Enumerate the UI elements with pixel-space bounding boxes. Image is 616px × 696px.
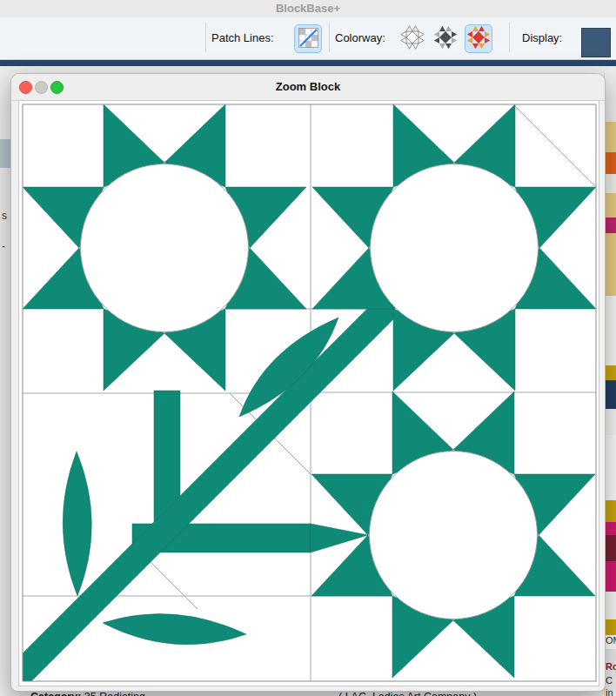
display-label: Display: [522,17,562,59]
thumbnail-fragment [605,435,616,500]
thumbnail-fragment [605,365,616,380]
thumbnail-fragment [605,535,616,561]
toolbar-separator [329,23,330,52]
thumbnail-fragment [605,174,616,193]
colorway-label: Colorway: [335,17,385,59]
thumbnail-fragment [605,380,616,409]
background-left-panel: s - [0,66,10,696]
thumbnail-fragment [605,152,616,174]
thumbnail-fragment [605,649,616,661]
thumbnail-fragment [605,193,616,218]
content-top-strip [0,60,616,66]
thumbnail-fragment [605,592,616,619]
thumbnail-fragment [605,218,616,233]
thumbnail-fragment [605,561,616,592]
background-text-fragment: C [606,675,613,686]
app-titlebar: BlockBase+ [0,0,616,17]
colorway-color-button[interactable] [465,24,492,53]
display-color-swatch[interactable] [581,28,611,57]
thumbnail-fragment [605,619,616,635]
block-preview-canvas [18,100,599,686]
toolbar: Patch Lines: Colorway: [0,17,616,60]
thumbnail-fragment [605,409,616,436]
flower-center-circle [370,452,538,619]
star-color-icon [466,25,491,52]
background-selected-item-fragment [0,139,10,168]
quilt-block-drawing [19,101,599,686]
flower-center-circle [371,164,539,332]
patch-lines-grid-icon [298,28,318,50]
app-title: BlockBase+ [0,2,616,15]
star-grayscale-icon [433,25,458,52]
zoom-window-titlebar[interactable]: Zoom Block [11,74,605,101]
toolbar-separator [205,23,206,52]
flower-center-circle [81,164,249,332]
thumbnail-fragment [605,522,616,535]
colorway-outline-button[interactable] [398,24,426,53]
background-text-fragment: s [2,210,7,222]
colorway-grayscale-button[interactable] [432,24,459,53]
star-outline-icon [400,25,425,52]
background-right-panel: OM Ro C in [604,73,616,696]
background-text-fragment: Ro [606,661,616,672]
zoom-window-title: Zoom Block [11,80,605,93]
thumbnail-fragment [605,233,616,296]
thumbnail-fragment [605,500,616,522]
background-text-fragment: - [2,240,5,252]
patch-lines-toggle-button[interactable] [294,24,322,53]
zoom-block-window: Zoom Block [10,73,606,692]
thumbnail-fragment [605,296,616,365]
screen: BlockBase+ Patch Lines: Colorway: [0,0,616,696]
background-text-fragment: OM [606,635,616,646]
toolbar-separator [509,23,510,52]
thumbnail-fragment [605,122,616,152]
patch-lines-label: Patch Lines: [211,17,274,59]
